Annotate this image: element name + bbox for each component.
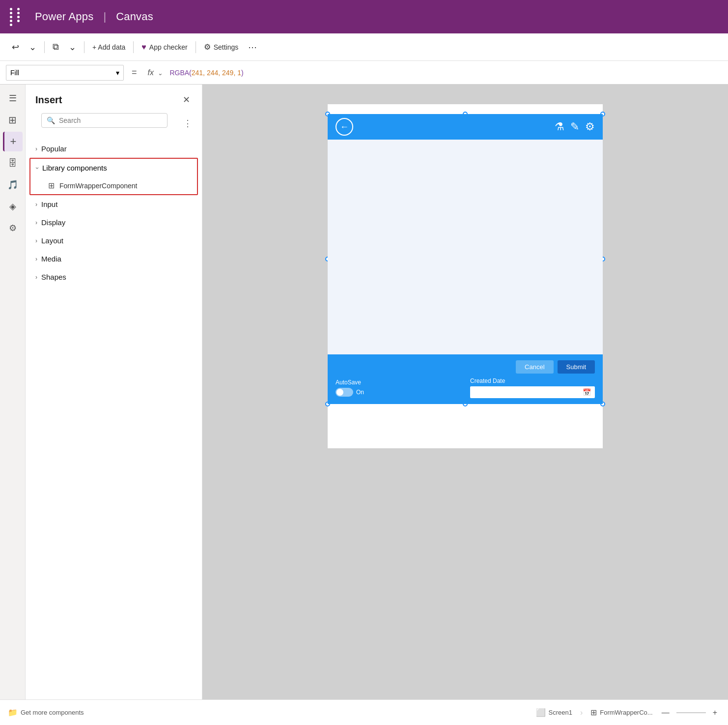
sidebar-icon-variables[interactable]: ⚙ bbox=[3, 218, 23, 238]
sidebar-icons: ☰ ⊞ + 🗄 🎵 ◈ ⚙ bbox=[0, 85, 26, 699]
get-more-components-item[interactable]: 📁 Get more components bbox=[8, 708, 84, 717]
component-frame[interactable]: ← ⚗ ✎ ⚙ Cancel Submit bbox=[328, 114, 603, 404]
form-footer-buttons: Cancel Submit bbox=[336, 360, 595, 374]
more-button[interactable]: ⋯ bbox=[244, 39, 261, 56]
input-label: Input bbox=[41, 200, 57, 208]
toolbar-sep-2 bbox=[84, 41, 84, 53]
created-date-label: Created Date bbox=[470, 377, 595, 384]
library-section: › Library components ⊞ FormWrapperCompon… bbox=[29, 158, 198, 195]
redo-dropdown-button[interactable]: ⌄ bbox=[25, 39, 40, 56]
layout-label: Layout bbox=[41, 236, 63, 245]
category-shapes[interactable]: › Shapes bbox=[26, 268, 202, 286]
autosave-toggle[interactable] bbox=[336, 388, 353, 397]
settings-label: Settings bbox=[214, 43, 239, 51]
sidebar-icon-layers[interactable]: ⊞ bbox=[3, 110, 23, 130]
status-component-item[interactable]: ⊞ FormWrapperCo... bbox=[590, 708, 652, 717]
copy-icon: ⧉ bbox=[53, 42, 59, 52]
display-chevron-icon: › bbox=[35, 219, 37, 226]
autosave-label: AutoSave bbox=[336, 379, 460, 386]
copy-dropdown-button[interactable]: ⌄ bbox=[65, 39, 80, 56]
fx-dropdown-icon: ⌄ bbox=[158, 70, 163, 77]
status-chevron-icon: › bbox=[580, 708, 583, 717]
form-inner: ← ⚗ ✎ ⚙ Cancel Submit bbox=[328, 114, 603, 404]
fill-label: Fill bbox=[10, 69, 19, 77]
add-data-button[interactable]: + Add data bbox=[88, 40, 129, 54]
layout-chevron-icon: › bbox=[35, 237, 37, 244]
search-icon: 🔍 bbox=[47, 116, 55, 124]
sidebar-icon-media[interactable]: 🎵 bbox=[3, 175, 23, 195]
fill-selector[interactable]: Fill ▾ bbox=[6, 65, 124, 81]
formwrapper-label: FormWrapperComponent bbox=[59, 182, 137, 190]
settings-button[interactable]: ⚙ Settings bbox=[200, 39, 243, 55]
form-body bbox=[328, 140, 603, 354]
search-input[interactable] bbox=[59, 116, 162, 124]
toggle-on-label: On bbox=[356, 389, 364, 396]
sidebar-icon-menu[interactable]: ☰ bbox=[3, 88, 23, 108]
submit-button[interactable]: Submit bbox=[558, 360, 595, 374]
formula-keyword: RGBA( bbox=[169, 69, 191, 77]
sub-item-formwrapper[interactable]: ⊞ FormWrapperComponent bbox=[30, 177, 197, 194]
back-arrow-button[interactable]: ← bbox=[336, 118, 353, 136]
zoom-minus-button[interactable]: — bbox=[659, 707, 672, 718]
theme-icon: ◈ bbox=[9, 201, 16, 212]
top-bar: Power Apps | Canvas bbox=[0, 0, 728, 33]
media-cat-label: Media bbox=[41, 255, 61, 263]
form-footer: Cancel Submit AutoSave On bbox=[328, 354, 603, 404]
insert-header: Insert ✕ bbox=[26, 85, 202, 113]
sidebar-icon-theme[interactable]: ◈ bbox=[3, 197, 23, 216]
title-separator: | bbox=[103, 10, 106, 23]
undo-button[interactable]: ↩ bbox=[8, 39, 23, 56]
toolbar: ↩ ⌄ ⧉ ⌄ + Add data ♥ App checker ⚙ Setti… bbox=[0, 33, 728, 61]
cancel-button[interactable]: Cancel bbox=[516, 360, 553, 374]
search-bar: 🔍 bbox=[41, 113, 168, 128]
insert-icon: + bbox=[10, 135, 17, 148]
toolbar-sep-4 bbox=[196, 41, 196, 53]
get-more-icon: 📁 bbox=[8, 708, 18, 717]
status-screen-item[interactable]: ⬜ Screen1 bbox=[536, 708, 572, 717]
category-input[interactable]: › Input bbox=[26, 195, 202, 213]
status-bar: 📁 Get more components ⬜ Screen1 › ⊞ Form… bbox=[0, 699, 728, 725]
library-header[interactable]: › Library components bbox=[30, 159, 197, 177]
equals-sign: = bbox=[128, 67, 141, 78]
formula-text: RGBA(241, 244, 249, 1) bbox=[169, 69, 243, 77]
filter-icon[interactable]: ⚗ bbox=[555, 120, 564, 133]
screen-label: Screen1 bbox=[549, 709, 572, 716]
form-footer-fields: AutoSave On Created Date bbox=[336, 377, 595, 398]
menu-icon: ☰ bbox=[9, 93, 17, 104]
canvas-area: ← ⚗ ✎ ⚙ Cancel Submit bbox=[202, 85, 728, 699]
sidebar-icon-insert[interactable]: + bbox=[3, 132, 23, 151]
fx-button[interactable]: fx ⌄ bbox=[145, 68, 166, 77]
component-label: FormWrapperCo... bbox=[600, 709, 652, 716]
category-layout[interactable]: › Layout bbox=[26, 232, 202, 250]
form-header-right: ⚗ ✎ ⚙ bbox=[555, 120, 595, 133]
date-input[interactable]: 📅 bbox=[470, 386, 595, 398]
more-icon: ⋯ bbox=[248, 42, 257, 53]
library-label: Library components bbox=[42, 164, 107, 172]
toggle-row: On bbox=[336, 388, 460, 397]
category-popular[interactable]: › Popular bbox=[26, 140, 202, 158]
settings-icon: ⚙ bbox=[204, 42, 211, 52]
zoom-plus-button[interactable]: + bbox=[710, 707, 720, 718]
insert-panel: Insert ✕ 🔍 ⋮ › Popular › Library compone… bbox=[26, 85, 202, 699]
app-checker-label: App checker bbox=[149, 43, 188, 51]
redo-dropdown-icon: ⌄ bbox=[29, 42, 36, 53]
edit-icon[interactable]: ✎ bbox=[570, 120, 579, 133]
app-checker-button[interactable]: ♥ App checker bbox=[138, 40, 191, 55]
toolbar-sep-1 bbox=[44, 41, 45, 53]
app-title: Power Apps bbox=[35, 10, 93, 23]
sidebar-icon-data[interactable]: 🗄 bbox=[3, 153, 23, 173]
form-settings-icon[interactable]: ⚙ bbox=[585, 120, 595, 133]
insert-close-button[interactable]: ✕ bbox=[181, 92, 192, 107]
form-header-bar: ← ⚗ ✎ ⚙ bbox=[328, 114, 603, 140]
toolbar-sep-3 bbox=[133, 41, 134, 53]
category-display[interactable]: › Display bbox=[26, 213, 202, 232]
copy-button[interactable]: ⧉ bbox=[49, 39, 63, 55]
input-chevron-icon: › bbox=[35, 201, 37, 208]
search-more-button[interactable]: ⋮ bbox=[181, 118, 194, 129]
app-subtitle: Canvas bbox=[116, 10, 153, 23]
app-grid-icon bbox=[10, 8, 23, 26]
popular-chevron-icon: › bbox=[35, 145, 37, 152]
shapes-label: Shapes bbox=[41, 273, 66, 281]
display-label: Display bbox=[41, 218, 65, 227]
category-media[interactable]: › Media bbox=[26, 250, 202, 268]
